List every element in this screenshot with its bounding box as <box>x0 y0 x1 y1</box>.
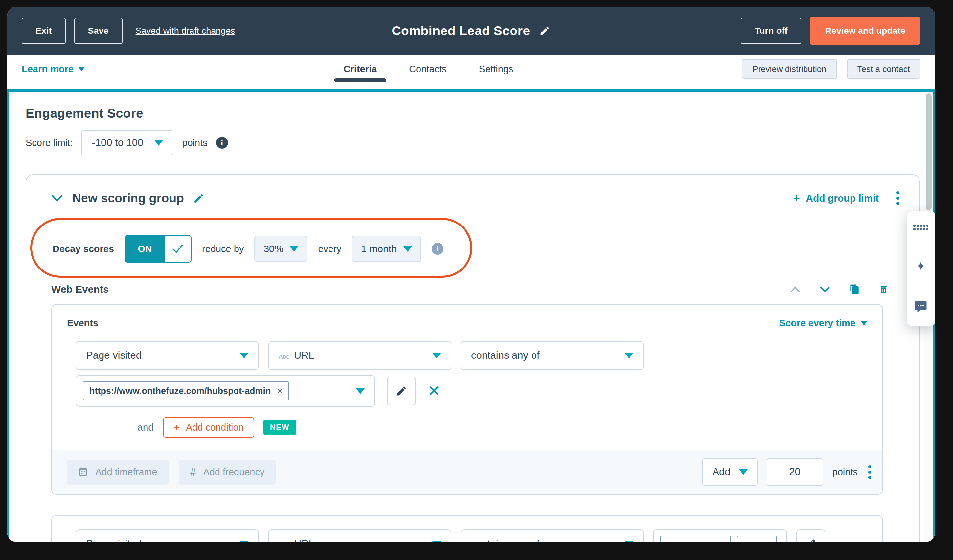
review-update-button[interactable]: Review and update <box>810 17 920 45</box>
event-card-1: Events Score every time Page visited <box>51 304 883 495</box>
operator-select[interactable]: contains any of <box>461 529 644 542</box>
event-type-value: Page visited <box>86 350 141 361</box>
event-type-select[interactable]: Page visited <box>76 341 259 370</box>
decay-scores-label: Decay scores <box>53 244 114 254</box>
add-group-limit-button[interactable]: + Add group limit <box>793 193 879 204</box>
top-bar: Exit Save Saved with draft changes Combi… <box>7 6 935 55</box>
add-subtract-select[interactable]: Add <box>702 458 757 486</box>
tab-bar: Criteria Contacts Settings <box>344 55 514 83</box>
criteria-panel: Engagement Score Score limit: -100 to 10… <box>7 89 935 542</box>
web-events-header: Web Events <box>51 284 901 295</box>
edit-values-button[interactable] <box>796 529 825 542</box>
decay-toggle[interactable]: ON <box>124 235 191 263</box>
points-value-input[interactable] <box>767 458 823 486</box>
chips: https://www.onthefuze.com/hubspot-admin … <box>83 381 289 401</box>
operator-value: contains any of <box>471 538 540 542</box>
event-card-2: Page visited AbcURL contains any of <box>51 515 883 542</box>
add-timeframe-label: Add timeframe <box>95 467 157 478</box>
add-frequency-button[interactable]: # Add frequency <box>179 459 276 484</box>
move-down-chevron-icon[interactable] <box>819 286 830 293</box>
every-label: every <box>318 244 341 254</box>
property-select[interactable]: AbcURL <box>268 341 452 370</box>
pencil-icon <box>396 385 407 397</box>
hash-icon: # <box>190 466 196 478</box>
row-more-options-icon[interactable] <box>867 464 872 480</box>
saved-status-link[interactable]: Saved with draft changes <box>136 26 235 36</box>
caret-down-icon <box>861 321 867 325</box>
comments-button[interactable] <box>907 287 935 326</box>
caret-down-icon <box>240 541 248 542</box>
score-mode-label: Score every time <box>779 318 855 329</box>
group-header-actions: + Add group limit <box>793 190 901 206</box>
property-select[interactable]: AbcURL <box>268 529 452 542</box>
duplicate-icon[interactable] <box>849 284 860 295</box>
caret-down-icon <box>432 541 441 542</box>
decay-info-icon[interactable]: i <box>431 243 444 255</box>
score-every-time-dropdown[interactable]: Score every time <box>779 318 867 329</box>
turn-off-button[interactable]: Turn off <box>741 18 801 44</box>
exit-button[interactable]: Exit <box>22 18 66 44</box>
operator-select[interactable]: contains any of <box>461 341 644 370</box>
sparkle-icon <box>914 259 928 273</box>
edit-group-name-pencil-icon[interactable] <box>193 193 204 204</box>
event-type-select[interactable]: Page visited <box>76 529 259 542</box>
add-condition-button[interactable]: + Add condition <box>163 417 254 438</box>
add-subtract-value: Add <box>712 466 730 478</box>
delete-trash-icon[interactable] <box>878 284 889 295</box>
decay-scores-row: Decay scores ON reduce by 30% every <box>53 235 444 263</box>
test-contact-button[interactable]: Test a contact <box>847 59 920 79</box>
edit-title-pencil-icon[interactable] <box>539 25 551 36</box>
web-events-title: Web Events <box>51 284 109 295</box>
tab-settings[interactable]: Settings <box>479 55 514 83</box>
scrollbar-thumb[interactable] <box>926 93 932 210</box>
caret-down-icon <box>739 469 748 475</box>
edit-values-button[interactable] <box>387 376 416 405</box>
tag-chip[interactable]: Integration × <box>660 536 731 542</box>
drag-handle[interactable] <box>907 211 935 245</box>
tag-chip[interactable]: API × <box>737 536 777 542</box>
caret-down-icon <box>78 67 85 71</box>
info-glyph: i <box>221 139 223 147</box>
caret-down-icon <box>625 353 633 359</box>
remove-tag-icon[interactable]: × <box>764 540 770 542</box>
chat-bubble-icon <box>914 300 928 314</box>
operator-value: contains any of <box>471 350 540 361</box>
event-type-value: Page visited <box>86 538 141 542</box>
tag-label: API <box>743 540 758 542</box>
url-values-field[interactable]: https://www.onthefuze.com/hubspot-admin … <box>76 375 375 407</box>
remove-tag-icon[interactable]: × <box>719 540 725 542</box>
remove-tag-icon[interactable]: × <box>276 385 282 396</box>
decay-percent-select[interactable]: 30% <box>254 236 307 262</box>
ai-assistant-button[interactable] <box>907 245 935 287</box>
value-row: https://www.onthefuze.com/hubspot-admin … <box>76 375 867 407</box>
group-header: New scoring group + Add group limit <box>51 190 901 206</box>
tab-contacts[interactable]: Contacts <box>409 55 447 83</box>
decay-percent-value: 30% <box>264 243 283 254</box>
sub-bar: Learn more Criteria Contacts Settings Pr… <box>7 55 935 83</box>
score-limit-select[interactable]: -100 to 100 <box>81 130 174 155</box>
learn-more-dropdown[interactable]: Learn more <box>22 64 85 74</box>
web-events-actions <box>790 284 889 295</box>
tag-values-field[interactable]: Integration × API × <box>653 529 787 542</box>
score-heading: Engagement Score <box>26 106 920 121</box>
url-tag-label: https://www.onthefuze.com/hubspot-admin <box>89 386 271 396</box>
tab-criteria[interactable]: Criteria <box>344 55 377 83</box>
text-type-icon: Abc <box>279 353 289 360</box>
move-up-chevron-icon[interactable] <box>790 286 801 293</box>
preview-distribution-button[interactable]: Preview distribution <box>742 59 837 79</box>
property-value: URL <box>294 350 314 361</box>
caret-down-icon <box>356 388 365 394</box>
info-icon[interactable]: i <box>216 137 228 149</box>
decay-interval-select[interactable]: 1 month <box>352 236 421 262</box>
footer-points-label: points <box>832 467 858 478</box>
add-timeframe-button[interactable]: Add timeframe <box>67 459 169 484</box>
learn-more-label: Learn more <box>22 64 74 74</box>
group-more-options-icon[interactable] <box>895 190 901 206</box>
collapse-group-chevron-icon[interactable] <box>51 194 63 202</box>
event-card-footer: Add timeframe # Add frequency Add <box>52 450 882 494</box>
events-label: Events <box>67 318 98 329</box>
save-button[interactable]: Save <box>74 18 123 44</box>
remove-condition-icon[interactable]: ✕ <box>428 384 441 399</box>
add-group-limit-label: Add group limit <box>806 193 879 204</box>
url-tag-chip[interactable]: https://www.onthefuze.com/hubspot-admin … <box>83 381 289 401</box>
